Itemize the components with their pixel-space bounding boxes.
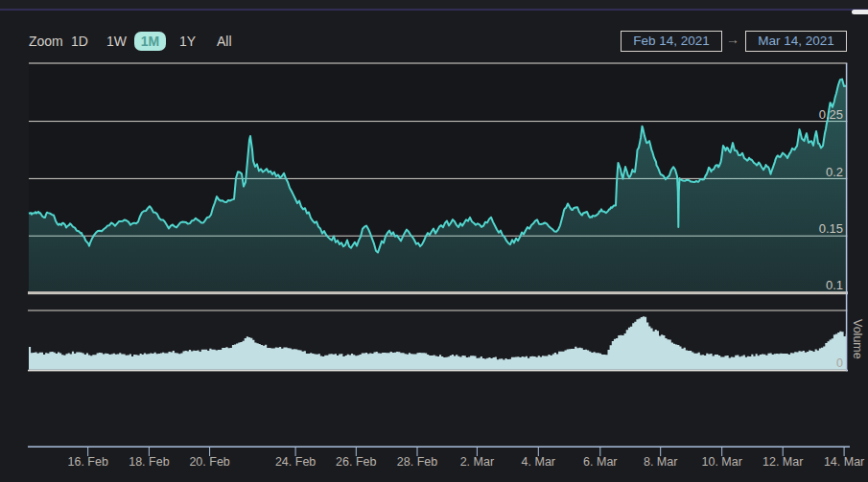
svg-text:28. Feb: 28. Feb	[397, 455, 437, 469]
svg-text:20. Feb: 20. Feb	[189, 455, 229, 469]
svg-text:0.1: 0.1	[826, 278, 843, 292]
svg-text:14. Mar: 14. Mar	[824, 455, 864, 469]
svg-text:0.25: 0.25	[819, 107, 843, 122]
svg-text:26. Feb: 26. Feb	[336, 455, 376, 469]
svg-text:0: 0	[836, 356, 843, 370]
svg-text:0.2: 0.2	[826, 165, 843, 179]
svg-text:10. Mar: 10. Mar	[702, 455, 742, 469]
svg-text:6. Mar: 6. Mar	[583, 455, 617, 469]
svg-text:2. Mar: 2. Mar	[460, 455, 494, 469]
svg-text:12. Mar: 12. Mar	[762, 455, 803, 469]
svg-text:Volume: Volume	[851, 319, 864, 359]
svg-text:4. Mar: 4. Mar	[522, 455, 555, 469]
svg-text:18. Feb: 18. Feb	[129, 455, 169, 469]
svg-text:0.15: 0.15	[819, 221, 843, 236]
svg-text:8. Mar: 8. Mar	[644, 455, 677, 469]
svg-text:16. Feb: 16. Feb	[68, 455, 108, 469]
svg-text:24. Feb: 24. Feb	[275, 455, 316, 469]
